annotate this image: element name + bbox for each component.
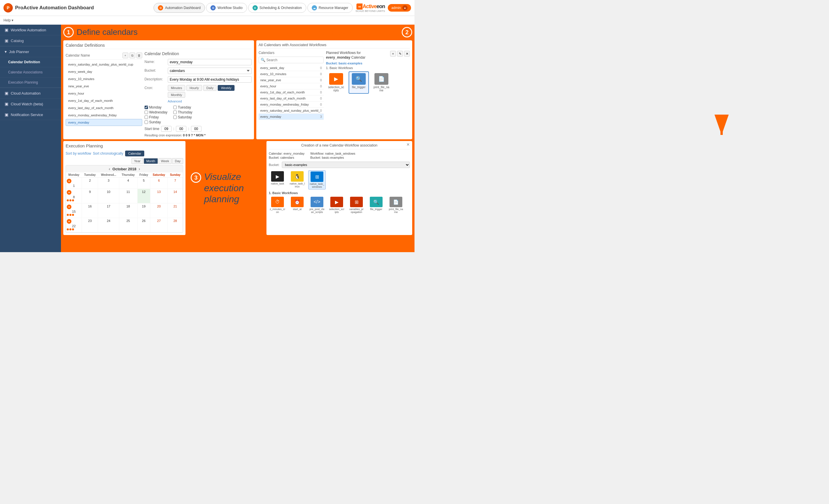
cal-day-19[interactable]: 19 xyxy=(137,203,150,218)
modal-wf-variables[interactable]: ⊞ variables_propagation xyxy=(348,196,365,215)
modal-close-btn[interactable]: ✕ xyxy=(406,142,410,147)
wf-print-file[interactable]: 📄 print_file_name xyxy=(371,71,392,94)
nav-workflow-studio[interactable]: ⚙ Workflow Studio xyxy=(206,3,247,13)
cron-tab-minutes[interactable]: Minutes xyxy=(168,85,185,91)
bucket-select[interactable]: calendars xyxy=(168,68,252,74)
modal-wf-selection[interactable]: ▶ selection_scripts xyxy=(328,196,346,215)
cal-entry-mon-wed-fri[interactable]: every_monday_wednesday_friday0 xyxy=(259,102,324,108)
cal-day-11[interactable]: 11 xyxy=(119,189,137,203)
cal-item-5[interactable]: every_1st_day_of_each_month xyxy=(66,97,142,104)
cal-next-btn[interactable]: › xyxy=(139,166,140,171)
modal-wf-print-file[interactable]: 📄 print_file_name xyxy=(387,196,405,215)
cal-day-15[interactable]: ●15 xyxy=(66,203,82,218)
planned-delete-btn[interactable]: ✕ xyxy=(404,51,410,56)
sidebar-item-exec-planning[interactable]: Execution Planning xyxy=(0,77,61,88)
planned-add-btn[interactable]: + xyxy=(390,51,396,56)
cal-day-8[interactable]: ●8 xyxy=(66,189,82,203)
cal-entry-every-week-day[interactable]: every_week_day0 xyxy=(259,65,324,71)
cal-entry-sat-sun[interactable]: every_saturday_and_sunday_plus_world_0 xyxy=(259,108,324,114)
modal-wf-native-task[interactable]: ▶ native_task xyxy=(269,170,286,190)
cal-entry-last-day[interactable]: every_last_day_of_each_month0 xyxy=(259,95,324,102)
modal-bucket-select[interactable]: basic-examples xyxy=(282,162,410,168)
cal-day-23[interactable]: 23 xyxy=(81,218,98,232)
cal-add-btn[interactable]: + xyxy=(122,52,128,58)
help-button[interactable]: Help ▾ xyxy=(3,18,13,22)
nav-resource-manager[interactable]: ☁ Resource Manager xyxy=(308,3,353,13)
cal-day-25[interactable]: 25 xyxy=(119,218,137,232)
cal-day-20[interactable]: 20 xyxy=(150,203,168,218)
view-tab-day[interactable]: Day xyxy=(172,158,183,164)
nav-scheduling[interactable]: ⚙ Scheduling & Orchestration xyxy=(248,3,306,13)
sidebar-item-cloud-automation[interactable]: ▣ Cloud Automation xyxy=(0,88,61,99)
cal-day-21[interactable]: 21 xyxy=(168,203,183,218)
cal-day-1[interactable]: ●1 xyxy=(66,178,82,189)
cal-day-10[interactable]: 10 xyxy=(98,189,119,203)
cal-day-24[interactable]: 24 xyxy=(98,218,119,232)
cal-entry-every-monday[interactable]: every_monday3 xyxy=(259,114,324,120)
sidebar-item-cal-associations[interactable]: Calendar Associations xyxy=(0,67,61,77)
cal-prev-btn[interactable]: ‹ xyxy=(109,166,110,171)
time-min-input[interactable] xyxy=(176,126,186,132)
cal-item-8-selected[interactable]: every_monday xyxy=(66,119,142,126)
cal-day-18[interactable]: 18 xyxy=(119,203,137,218)
sidebar-item-notification[interactable]: ▣ Notification Service xyxy=(0,109,61,120)
planned-edit-btn[interactable]: ✎ xyxy=(397,51,403,56)
cal-item-1[interactable]: every_week_day xyxy=(66,68,142,75)
cal-entry-1st-day[interactable]: every_1st_day_of_each_month0 xyxy=(259,89,324,95)
view-tab-week[interactable]: Week xyxy=(158,158,172,164)
cal-day-22[interactable]: ●22 xyxy=(66,218,82,232)
time-hour-input[interactable] xyxy=(161,126,172,132)
day-wednesday-checkbox[interactable] xyxy=(145,111,148,114)
cal-day-17[interactable]: 17 xyxy=(98,203,119,218)
cron-tab-weekly[interactable]: Weekly xyxy=(218,85,235,91)
modal-wf-pre-post[interactable]: </> pre_post_clean_scripts xyxy=(308,196,326,215)
cal-day-6[interactable]: 6 xyxy=(150,178,168,189)
cal-entry-new-year[interactable]: new_year_eve0 xyxy=(259,77,324,83)
user-badge[interactable]: admin ● xyxy=(388,4,411,12)
sidebar-item-job-planner[interactable]: ▾ Job Planner xyxy=(0,46,61,57)
modal-wf-native-windows[interactable]: ⊞ native_task_windows xyxy=(308,170,326,190)
day-friday-checkbox[interactable] xyxy=(145,115,148,119)
cal-day-7[interactable]: 7 xyxy=(168,178,183,189)
sidebar-item-workflow-automation[interactable]: ▣ Workflow Automation xyxy=(0,25,61,35)
cal-item-4[interactable]: every_hour xyxy=(66,90,142,97)
day-sunday-checkbox[interactable] xyxy=(145,120,148,124)
cal-day-14[interactable]: 14 xyxy=(168,189,183,203)
view-tab-year[interactable]: Year xyxy=(132,158,143,164)
calendar-view-btn[interactable]: Calendar xyxy=(125,151,145,156)
wf-file-trigger[interactable]: 🔍 file_trigger xyxy=(349,71,369,94)
cron-tab-monthly[interactable]: Monthly xyxy=(168,92,185,98)
cal-day-13[interactable]: 13 xyxy=(150,189,168,203)
modal-wf-file-trigger[interactable]: 🔍 file_trigger xyxy=(367,196,385,215)
cal-day-26[interactable]: 26 xyxy=(137,218,150,232)
cal-item-0[interactable]: every_saturday_and_sunday_plus_world_cup xyxy=(66,61,142,68)
wf-selection-scripts[interactable]: ▶ selection_scripts xyxy=(326,71,346,94)
cal-item-3[interactable]: new_year_eve xyxy=(66,83,142,90)
desc-input[interactable] xyxy=(168,76,252,83)
cal-day-12[interactable]: 12 xyxy=(137,189,150,203)
sidebar-item-cal-definition[interactable]: Calendar Definition xyxy=(0,57,61,67)
cal-entry-every-10-min[interactable]: every_10_minutes0 xyxy=(259,71,324,77)
modal-wf-start-at[interactable]: ⏰ start_at xyxy=(289,196,306,215)
cal-day-2[interactable]: 2 xyxy=(81,178,98,189)
cal-day-16[interactable]: 16 xyxy=(81,203,98,218)
cal-day-27[interactable]: 27 xyxy=(150,218,168,232)
cal-item-6[interactable]: every_last_day_of_each_month xyxy=(66,105,142,111)
sort-chrono-link[interactable]: Sort chronologically xyxy=(93,151,123,156)
cal-name-input[interactable] xyxy=(168,59,252,65)
cal-day-28[interactable]: 28 xyxy=(168,218,183,232)
cal-day-5[interactable]: 5 xyxy=(137,178,150,189)
sidebar-item-cloud-watch[interactable]: ▣ Cloud Watch (beta) xyxy=(0,99,61,109)
cal-item-7[interactable]: every_monday_wednesday_friday xyxy=(66,112,142,119)
cal-day-9[interactable]: 9 xyxy=(81,189,98,203)
time-sec-input[interactable] xyxy=(191,126,202,132)
view-tab-month[interactable]: Month xyxy=(144,158,158,164)
day-tuesday-checkbox[interactable] xyxy=(173,106,177,109)
day-thursday-checkbox[interactable] xyxy=(173,111,177,114)
cal-day-4[interactable]: 4 xyxy=(119,178,137,189)
modal-wf-native-linux[interactable]: 🐧 native_task_linux xyxy=(289,170,306,190)
cron-tab-daily[interactable]: Daily xyxy=(203,85,217,91)
cron-advanced-link[interactable]: Advanced xyxy=(168,100,252,103)
cron-tab-hourly[interactable]: Hourly xyxy=(186,85,202,91)
cal-delete-btn[interactable]: 🗑 xyxy=(136,52,142,58)
